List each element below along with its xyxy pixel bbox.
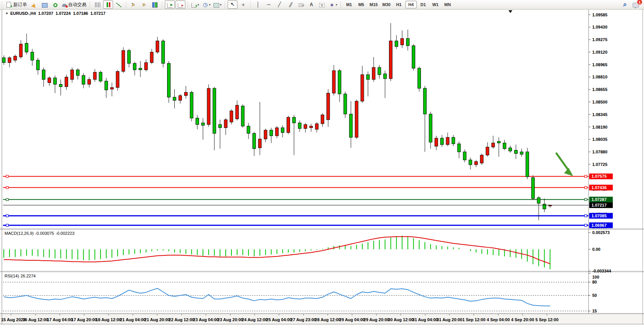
time-axis-label: 21 Aug 04:00: [120, 317, 145, 322]
zoom-in-button[interactable]: [129, 0, 139, 9]
toolbar-grip: [125, 2, 128, 8]
candle-12: [70, 70, 73, 79]
search-button[interactable]: [620, 0, 630, 9]
shapes-icon: [329, 2, 335, 8]
profiles-button[interactable]: [29, 0, 39, 9]
tf-m30-button[interactable]: M30: [380, 1, 392, 8]
tf-h1-button[interactable]: H1: [393, 1, 405, 8]
time-axis-label: 24 Aug 12:00: [242, 317, 267, 322]
candle-59: [338, 71, 341, 94]
line-chart-button[interactable]: [114, 0, 124, 9]
candle-30: [173, 97, 176, 100]
line-left-handle[interactable]: [6, 224, 8, 226]
line-left-handle[interactable]: [6, 198, 8, 201]
candle-6: [37, 60, 40, 70]
candle-19: [110, 88, 113, 89]
time-axis-label: 27 Aug 23:00: [290, 317, 316, 322]
autotrading-button[interactable]: 自动交易: [61, 0, 88, 9]
tf-m1-button[interactable]: M1: [343, 1, 355, 8]
cursor-button[interactable]: [228, 0, 238, 9]
line-right-handle[interactable]: [585, 186, 587, 189]
main-toolbar: 新订单自动交易▾▾▾▾M1M5M15M30H1H4D1W1MN1: [0, 0, 644, 10]
candle-60: [344, 94, 347, 114]
svg-text:50: 50: [592, 293, 597, 298]
candle-76: [435, 138, 438, 146]
signals-button[interactable]: [50, 0, 60, 9]
horizontal-line-icon: [266, 2, 272, 8]
signal-icon: [53, 3, 57, 7]
tf-mn-button[interactable]: MN: [442, 1, 453, 8]
indicators-button[interactable]: ▾: [190, 0, 200, 9]
candle-48: [276, 128, 279, 136]
tf-d1-button[interactable]: D1: [418, 1, 429, 8]
periods-button[interactable]: ▾: [201, 0, 212, 9]
zoom-out-button[interactable]: [139, 0, 149, 9]
tile-windows-button[interactable]: [150, 0, 160, 9]
new-order-button[interactable]: 新订单: [5, 0, 28, 9]
candle-41: [236, 105, 239, 119]
candle-14: [82, 75, 85, 84]
line-left-handle[interactable]: [6, 186, 8, 189]
vertical-line-button[interactable]: [253, 0, 263, 9]
time-axis-label: 31 Aug 20:00: [437, 317, 462, 322]
svg-text:80: 80: [592, 280, 597, 284]
candle-13: [76, 70, 79, 75]
time-axis-label: 23 Aug 20:00: [217, 317, 243, 322]
chart-shift-button[interactable]: [175, 0, 185, 9]
candlestick-button[interactable]: [103, 0, 113, 9]
horizontal-line-button[interactable]: [264, 0, 274, 9]
tf-w1-button[interactable]: W1: [430, 1, 441, 8]
text-label-button[interactable]: [317, 0, 327, 9]
bar-chart-icon: [95, 2, 100, 7]
templates-button[interactable]: ▾: [212, 0, 223, 9]
candle-71: [406, 38, 409, 46]
chevron-down-icon[interactable]: ▾: [220, 3, 222, 6]
chevron-down-icon[interactable]: ▾: [209, 3, 210, 6]
shapes-button[interactable]: ▾: [328, 0, 338, 9]
line-right-handle[interactable]: [585, 224, 587, 226]
line-right-handle[interactable]: [585, 175, 587, 177]
chart-menu-icon[interactable]: [5, 12, 8, 15]
candle-86: [492, 143, 495, 147]
candle-27: [156, 41, 159, 52]
auto-scroll-button[interactable]: [165, 0, 175, 9]
tf-h4-button[interactable]: H4: [405, 1, 417, 8]
candle-1: [8, 58, 11, 63]
auto-scroll-icon: [167, 3, 172, 8]
time-axis-label: 30 Aug 12:00: [388, 317, 413, 322]
rsi-indicator-label: RSI(14)26.2274: [5, 274, 37, 278]
chart-title: EURUSD-,H41.072071.072241.071861.07217: [5, 11, 105, 16]
chart-canvas[interactable]: 1.095851.094301.092751.091201.089651.088…: [0, 9, 644, 325]
chevron-down-icon[interactable]: ▾: [336, 3, 337, 6]
candle-50: [287, 117, 290, 132]
crosshair-button[interactable]: [238, 0, 248, 9]
line-right-handle[interactable]: [585, 198, 587, 201]
channel-button[interactable]: [285, 0, 295, 9]
toolbar-grip: [187, 2, 189, 8]
chevron-down-icon[interactable]: ▾: [198, 3, 199, 6]
trendline-button[interactable]: [274, 0, 284, 9]
candle-9: [54, 78, 57, 84]
toolbar-grip: [224, 2, 226, 8]
chart-close-value: 1.07217: [90, 11, 105, 16]
candle-28: [162, 41, 165, 63]
candle-85: [486, 147, 489, 155]
notifications-button[interactable]: 1: [631, 0, 641, 9]
bar-chart-button[interactable]: [92, 0, 102, 9]
fibonacci-button[interactable]: [296, 0, 306, 9]
candlestick-icon: [106, 2, 111, 7]
template-icon: [214, 3, 219, 8]
candle-93: [531, 178, 534, 199]
tf-m5-button[interactable]: M5: [355, 1, 367, 8]
toolbar-grip: [161, 2, 164, 8]
line-right-handle[interactable]: [585, 215, 587, 217]
tf-d1-button-label: D1: [421, 2, 426, 7]
tf-mn-button-label: MN: [444, 2, 451, 7]
time-axis-label: 23 Aug 04:00: [193, 317, 218, 322]
notification-badge: 1: [637, 0, 642, 5]
line-left-handle[interactable]: [6, 175, 8, 177]
text-button[interactable]: [306, 0, 316, 9]
line-left-handle[interactable]: [6, 215, 8, 217]
terminal-button[interactable]: [40, 0, 49, 9]
tf-m15-button[interactable]: M15: [368, 1, 379, 8]
